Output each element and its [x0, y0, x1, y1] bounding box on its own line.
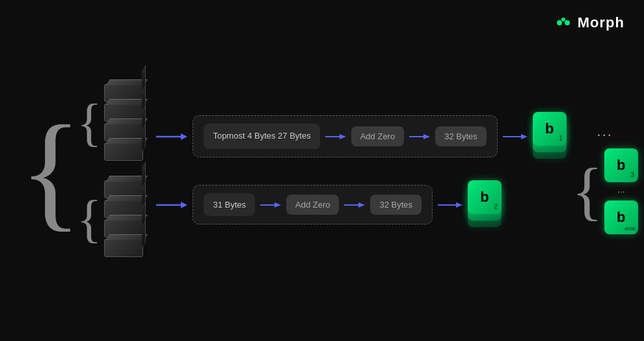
svg-marker-14	[275, 202, 281, 208]
top-bracket: {	[77, 96, 101, 148]
add-zero-1: Add Zero	[351, 126, 404, 146]
b1-front: b 1	[533, 112, 567, 146]
topmost-box: Topmost 4 Bytes 27 Bytes	[204, 124, 319, 148]
b1-stack: b b b 1	[533, 112, 567, 161]
svg-marker-8	[423, 134, 430, 139]
arrow-1	[156, 131, 187, 142]
topmost-label: Topmost 4 Bytes 27 Bytes	[213, 130, 310, 142]
b3-b4096-dots: ···	[604, 186, 638, 197]
top-cube-stack: {	[77, 84, 143, 161]
b3-subscript: 3	[630, 171, 634, 178]
arrow-to-b2	[438, 200, 463, 210]
logo-area: Morph	[554, 14, 624, 31]
inner-arrow-1	[325, 132, 346, 141]
bytes31-box: 31 Bytes	[204, 193, 255, 216]
svg-marker-10	[521, 134, 528, 139]
svg-marker-12	[181, 202, 187, 208]
cube	[104, 143, 143, 161]
add-zero-2: Add Zero	[286, 195, 339, 215]
b3-b4096-bracket: {	[572, 159, 603, 224]
svg-marker-4	[181, 133, 187, 140]
svg-point-0	[557, 20, 562, 25]
svg-marker-18	[456, 202, 463, 208]
b4096-subscript: 4096	[624, 226, 636, 232]
morph-logo-icon	[554, 16, 572, 29]
b3-block: b 3	[604, 148, 638, 182]
svg-point-2	[561, 18, 565, 21]
arrow-to-b1	[503, 132, 528, 141]
b4096-block: b 4096	[604, 200, 638, 234]
process-row-1: Topmost 4 Bytes 27 Bytes Add Zero 32 Byt…	[156, 112, 566, 161]
process-box-2: 31 Bytes Add Zero 32 Bytes	[193, 185, 433, 225]
bytes-2: 32 Bytes	[370, 195, 422, 215]
dots-label: ···	[597, 126, 613, 143]
cube-stacks: { { {	[20, 84, 143, 257]
arrow-2	[156, 200, 187, 210]
b2-front: b 2	[468, 180, 502, 214]
bottom-bracket: {	[77, 193, 101, 245]
process-box-1: Topmost 4 Bytes 27 Bytes Add Zero 32 Byt…	[193, 115, 497, 157]
outer-bracket: {	[20, 105, 82, 236]
background: Morph { {	[0, 0, 644, 341]
bytes-1: 32 Bytes	[435, 126, 487, 146]
inner-arrow-2b	[344, 200, 365, 210]
b1-subscript: 1	[559, 135, 563, 142]
bottom-cube-stack: {	[77, 180, 143, 257]
process-row-2: 31 Bytes Add Zero 32 Bytes	[156, 180, 566, 229]
inner-arrow-2	[260, 200, 281, 210]
b3-b4096-section: ··· { b 3 ··· b 4096	[572, 126, 638, 234]
b2-stack: b b b 2	[468, 180, 502, 229]
svg-marker-16	[358, 202, 365, 208]
inner-arrow-1b	[409, 132, 430, 141]
main-diagram: { { {	[0, 0, 644, 341]
b2-subscript: 2	[494, 203, 498, 210]
bytes31-label: 31 Bytes	[213, 200, 246, 210]
logo-text: Morph	[578, 14, 624, 31]
svg-marker-6	[340, 134, 346, 139]
svg-point-1	[565, 20, 570, 25]
cube	[104, 239, 143, 257]
